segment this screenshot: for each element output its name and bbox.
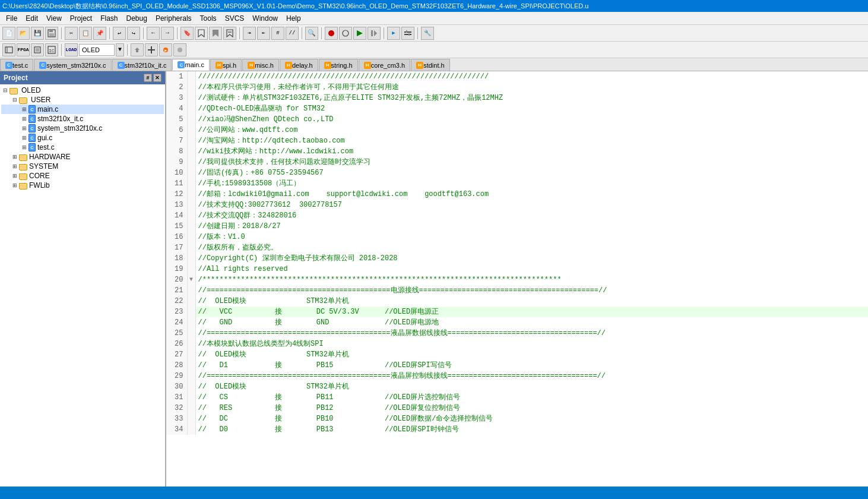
btn-nav-back[interactable]: ← bbox=[147, 27, 160, 40]
btn-paste[interactable]: 📌 bbox=[93, 27, 106, 40]
btn-nav-fwd[interactable]: → bbox=[161, 27, 174, 40]
menu-edit[interactable]: Edit bbox=[22, 12, 42, 24]
code-text-18[interactable]: //Copyright(C) 深圳市全勤电子技术有限公司 2018-2028 bbox=[195, 253, 868, 264]
tab-system-stm32f10x-c[interactable]: C system_stm32f10x.c bbox=[34, 59, 111, 71]
btn-bookmark4[interactable] bbox=[223, 27, 236, 40]
menu-svcs[interactable]: SVCS bbox=[221, 12, 248, 24]
expand-test-c[interactable]: ⊞ bbox=[20, 143, 28, 151]
code-text-19[interactable]: //All rights reserved bbox=[195, 264, 868, 274]
menu-tools[interactable]: Tools bbox=[197, 12, 220, 24]
tree-item-gui[interactable]: ⊞ C gui.c bbox=[1, 133, 164, 143]
tree-item-hardware[interactable]: ⊞ HARDWARE bbox=[1, 152, 164, 162]
btn-t2-6[interactable] bbox=[145, 43, 158, 56]
btn-undo[interactable]: ↩ bbox=[113, 27, 126, 40]
expand-user[interactable]: ⊟ bbox=[11, 96, 19, 104]
code-text-1[interactable]: ////////////////////////////////////////… bbox=[195, 71, 868, 82]
tree-item-system[interactable]: ⊞ C system_stm32f10x.c bbox=[1, 124, 164, 133]
btn-build2[interactable] bbox=[353, 27, 366, 40]
code-text-30[interactable]: // OLED模块 STM32单片机 bbox=[195, 381, 868, 392]
menu-peripherals[interactable]: Peripherals bbox=[152, 12, 195, 24]
expand-main-c[interactable]: ⊞ bbox=[20, 105, 28, 113]
btn-t2-7[interactable]: ▶ bbox=[159, 43, 172, 56]
tab-spi-h[interactable]: H spi.h bbox=[210, 59, 242, 71]
code-text-34[interactable]: // D0 接 PB13 //OLED屏SPI时钟信号 bbox=[195, 424, 868, 435]
code-text-33[interactable]: // DC 接 PB10 //OLED屏数据/命令选择控制信号 bbox=[195, 413, 868, 424]
menu-window[interactable]: Window bbox=[249, 12, 281, 24]
code-text-13[interactable]: //技术支持QQ:3002773612 3002778157 bbox=[195, 200, 868, 210]
btn-configure[interactable] bbox=[401, 27, 414, 40]
btn-debug-config[interactable]: ▶ bbox=[387, 27, 400, 40]
btn-cut[interactable]: ✂ bbox=[65, 27, 78, 40]
code-text-11[interactable]: //手机:15989313508（冯工） bbox=[195, 178, 868, 189]
tree-item-oled[interactable]: ⊟ OLED bbox=[1, 86, 164, 95]
btn-t2-2[interactable]: FPGA bbox=[17, 43, 30, 56]
code-text-31[interactable]: // CS 接 PB11 //OLED屏片选控制信号 bbox=[195, 392, 868, 403]
code-text-23[interactable]: // VCC 接 DC 5V/3.3V //OLED屏电源正 bbox=[195, 307, 868, 317]
btn-build[interactable] bbox=[339, 27, 352, 40]
btn-bookmark3[interactable] bbox=[209, 27, 222, 40]
btn-save[interactable]: 💾 bbox=[31, 27, 44, 40]
code-text-27[interactable]: // OLED模块 STM32单片机 bbox=[195, 349, 868, 360]
fold-col-20[interactable]: ▼ bbox=[187, 274, 195, 285]
code-text-5[interactable]: //xiao冯@ShenZhen QDtech co.,LTD bbox=[195, 114, 868, 125]
code-text-9[interactable]: //我司提供技术支持，任何技术问题欢迎随时交流学习 bbox=[195, 157, 868, 168]
menu-project[interactable]: Project bbox=[66, 12, 96, 24]
tab-core-cm3-h[interactable]: H core_cm3.h bbox=[359, 59, 410, 71]
expand-fwlib[interactable]: ⊞ bbox=[11, 181, 19, 190]
btn-t2-4[interactable]: IC bbox=[45, 43, 58, 56]
code-text-32[interactable]: // RES 接 PB12 //OLED屏复位控制信号 bbox=[195, 403, 868, 413]
expand-system-f[interactable]: ⊞ bbox=[11, 162, 19, 170]
code-text-4[interactable]: //QDtech-OLED液晶驱动 for STM32 bbox=[195, 103, 868, 114]
menu-flash[interactable]: Flash bbox=[97, 12, 121, 24]
btn-new[interactable]: 📄 bbox=[2, 27, 15, 40]
expand-hardware[interactable]: ⊞ bbox=[11, 153, 19, 161]
btn-open[interactable]: 📂 bbox=[17, 27, 30, 40]
code-text-7[interactable]: //淘宝网站：http://qdtech.taobao.com bbox=[195, 135, 868, 146]
btn-target-dropdown[interactable]: ▼ bbox=[116, 43, 124, 56]
expand-oled[interactable]: ⊟ bbox=[1, 86, 9, 94]
menu-view[interactable]: View bbox=[43, 12, 65, 24]
expand-system[interactable]: ⊞ bbox=[20, 124, 28, 132]
tree-item-user[interactable]: ⊟ USER bbox=[1, 95, 164, 105]
btn-indent2[interactable]: ⇤ bbox=[257, 27, 270, 40]
code-text-26[interactable]: //本模块默认数据总线类型为4线制SPI bbox=[195, 339, 868, 349]
btn-indent3[interactable]: # bbox=[271, 27, 284, 40]
tab-main-c[interactable]: C main.c bbox=[172, 59, 209, 71]
code-text-3[interactable]: //测试硬件：单片机STM32F103ZET6,正点原子ELITE STM32开… bbox=[195, 93, 868, 103]
code-text-16[interactable]: //版本：V1.0 bbox=[195, 232, 868, 242]
tab-test-c[interactable]: C test.c bbox=[0, 59, 33, 71]
editor-content[interactable]: 1///////////////////////////////////////… bbox=[166, 71, 868, 487]
btn-redo[interactable]: ↪ bbox=[127, 27, 140, 40]
btn-copy[interactable]: 📋 bbox=[79, 27, 92, 40]
expand-gui[interactable]: ⊞ bbox=[20, 134, 28, 142]
code-text-28[interactable]: // D1 接 PB15 //OLED屏SPI写信号 bbox=[195, 360, 868, 371]
btn-build3[interactable] bbox=[368, 27, 381, 40]
code-text-6[interactable]: //公司网站：www.qdtft.com bbox=[195, 125, 868, 135]
tab-stdint-h[interactable]: H stdint.h bbox=[411, 59, 449, 71]
tree-item-fwlib[interactable]: ⊞ FWLib bbox=[1, 181, 164, 190]
btn-t2-5[interactable] bbox=[131, 43, 144, 56]
tree-item-test-c[interactable]: ⊞ C test.c bbox=[1, 143, 164, 152]
tab-misc-h[interactable]: H misc.h bbox=[242, 59, 279, 71]
code-text-14[interactable]: //技术交流QQ群：324828016 bbox=[195, 210, 868, 221]
project-pin-btn[interactable]: # bbox=[144, 74, 152, 82]
tab-stm32f10x-it-c[interactable]: C stm32f10x_it.c bbox=[112, 59, 172, 71]
btn-t2-load[interactable]: LOAD bbox=[65, 43, 78, 56]
menu-help[interactable]: Help bbox=[283, 12, 305, 24]
code-text-17[interactable]: //版权所有，盗版必究。 bbox=[195, 242, 868, 253]
btn-indent4[interactable]: // bbox=[286, 27, 299, 40]
code-text-29[interactable]: //======================================… bbox=[195, 371, 868, 381]
btn-t2-1[interactable] bbox=[2, 43, 15, 56]
btn-build-stop[interactable] bbox=[325, 27, 338, 40]
code-text-8[interactable]: //wiki技术网站：http://www.lcdwiki.com bbox=[195, 146, 868, 157]
code-text-25[interactable]: //======================================… bbox=[195, 328, 868, 339]
tree-item-core[interactable]: ⊞ CORE bbox=[1, 171, 164, 181]
menu-file[interactable]: File bbox=[2, 12, 21, 24]
project-close-btn[interactable]: ✕ bbox=[153, 74, 161, 82]
btn-search[interactable]: 🔍 bbox=[305, 27, 318, 40]
btn-indent[interactable]: ⇥ bbox=[243, 27, 256, 40]
btn-bookmark2[interactable] bbox=[195, 27, 208, 40]
code-text-12[interactable]: //邮箱：lcdwiki01@gmail.com support@lcdwiki… bbox=[195, 189, 868, 200]
btn-settings[interactable]: 🔧 bbox=[421, 27, 434, 40]
code-text-22[interactable]: // OLED模块 STM32单片机 bbox=[195, 296, 868, 307]
